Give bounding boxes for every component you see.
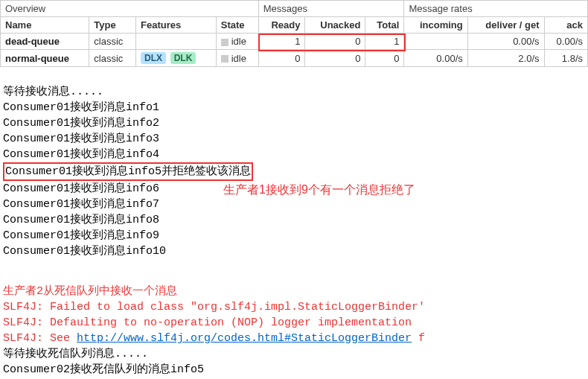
section-messages: Messages (258, 1, 404, 17)
cell-deliver: 2.0/s (467, 50, 544, 67)
annotation-text: 生产者1接收到9个有一个消息拒绝了 (223, 182, 415, 198)
console-output-1: 等待接收消息..... Consumer01接收到消息info1 Consume… (0, 67, 588, 261)
feature-tag-dlx: DLX (141, 52, 166, 64)
feature-tag-dlk: DLK (170, 52, 196, 64)
log-line: 等待接收消息..... (3, 86, 103, 98)
col-incoming[interactable]: incoming (404, 17, 467, 34)
log-line: Consumer01接收到消息info2 (3, 117, 159, 130)
log-line: Consumer01接收到消息info4 (3, 148, 159, 161)
cell-total: 1 (365, 34, 404, 50)
section-overview: Overview (1, 1, 259, 17)
cell-ack: 1.8/s (544, 50, 587, 67)
cell-incoming: 0.00/s (404, 50, 467, 67)
log-line: SLF4J: Defaulting to no-operation (NOP) … (3, 316, 412, 329)
cell-deliver: 0.00/s (467, 34, 544, 50)
queues-table: Overview Messages Message rates Name Typ… (0, 0, 588, 67)
log-line: Consumer01接收到消息info8 (3, 214, 159, 226)
log-line: SLF4J: See http://www.slf4j.org/codes.ht… (3, 332, 425, 345)
log-line: Consumer01接收到消息info9 (3, 229, 159, 242)
col-unacked[interactable]: Unacked (305, 17, 365, 34)
state-icon (221, 55, 229, 63)
cell-total: 0 (365, 50, 404, 67)
queue-name-link[interactable]: dead-queue (5, 36, 60, 47)
col-type[interactable]: Type (89, 17, 136, 34)
queue-name-link[interactable]: normal-queue (5, 53, 69, 64)
state-icon (221, 39, 229, 46)
col-name[interactable]: Name (1, 17, 89, 34)
cell-unacked: 0 (305, 50, 365, 67)
log-line: SLF4J: Failed to load class "org.slf4j.i… (3, 301, 425, 313)
cell-ready: 1 (258, 34, 305, 50)
table-row: dead-queue classic idle 1 0 1 0.00/s 0.0… (1, 34, 588, 50)
log-line: Consumer01接收到消息info1 (3, 101, 159, 114)
queue-features (136, 34, 217, 50)
cell-incoming (404, 34, 467, 50)
console-output-2: 生产者2从死信队列中接收一个消息 SLF4J: Failed to load c… (0, 267, 588, 379)
table-row: normal-queue classic DLX DLK idle 0 0 0 … (1, 50, 588, 67)
col-features[interactable]: Features (136, 17, 217, 34)
section-heading: 生产者2从死信队列中接收一个消息 (3, 285, 177, 298)
col-ack[interactable]: ack (544, 17, 587, 34)
queue-type: classic (89, 34, 136, 50)
log-line: 等待接收死信队列消息..... (3, 348, 148, 360)
cell-ready: 0 (258, 50, 305, 67)
highlighted-log-line: Consumer01接收到消息info5并拒绝签收该消息 (3, 162, 253, 181)
queue-state: idle (216, 50, 258, 67)
queue-type: classic (89, 50, 136, 67)
col-total[interactable]: Total (365, 17, 404, 34)
log-line: Consumer01接收到消息info10 (3, 245, 166, 258)
section-rates: Message rates (404, 1, 588, 17)
cell-unacked: 0 (305, 34, 365, 50)
col-state[interactable]: State (216, 17, 258, 34)
cell-ack: 0.00/s (544, 34, 587, 50)
log-line: Consumer02接收死信队列的消息info5 (3, 363, 204, 376)
queue-state: idle (216, 34, 258, 50)
log-line: Consumer01接收到消息info3 (3, 133, 159, 145)
log-line: Consumer01接收到消息info6 (3, 182, 159, 195)
col-ready[interactable]: Ready (258, 17, 305, 34)
log-line: Consumer01接收到消息info7 (3, 198, 159, 211)
slf4j-link[interactable]: http://www.slf4j.org/codes.html#StaticLo… (77, 332, 412, 345)
queue-features: DLX DLK (136, 50, 217, 67)
col-deliver[interactable]: deliver / get (467, 17, 544, 34)
